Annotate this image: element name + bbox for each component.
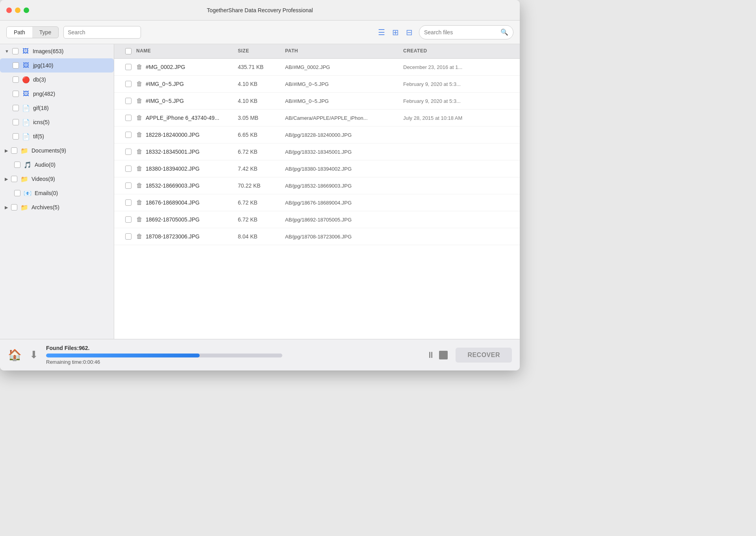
row-checkbox[interactable] (120, 233, 136, 240)
col-created: CREATED (403, 48, 513, 54)
playback-controls: ⏸ (426, 350, 448, 360)
row-checkbox[interactable] (120, 182, 136, 189)
search-box: 🔍 (419, 25, 513, 39)
table-row[interactable]: 🗑 18332-18345001.JPG 6.72 KB AB/jpg/1833… (114, 143, 520, 160)
checkbox-audio[interactable] (14, 162, 20, 168)
sidebar-item-icns[interactable]: 📄 icns(5) (0, 115, 114, 129)
file-name: 🗑 18228-18240000.JPG (136, 131, 238, 138)
download-icon[interactable]: ⬇ (30, 349, 38, 361)
select-all-checkbox[interactable] (120, 48, 136, 54)
db-icon: 🔴 (22, 76, 30, 84)
delete-icon: 🗑 (136, 131, 143, 138)
table-row[interactable]: 🗑 18380-18394002.JPG 7.42 KB AB/jpg/1838… (114, 160, 520, 177)
checkbox-icns[interactable] (13, 119, 19, 125)
checkbox-tif[interactable] (13, 133, 19, 140)
file-name-text: 18692-18705005.JPG (146, 216, 200, 223)
file-size: 6.72 KB (238, 149, 285, 155)
table-row[interactable]: 🗑 #MG_0002.JPG 435.71 KB AB/#MG_0002.JPG… (114, 59, 520, 76)
file-name: 🗑 18332-18345001.JPG (136, 148, 238, 155)
checkbox-gif[interactable] (13, 105, 19, 111)
checkbox-db[interactable] (13, 76, 19, 83)
table-row[interactable]: 🗑 18532-18669003.JPG 70.22 KB AB/jpg/185… (114, 177, 520, 194)
progress-bar-fill (46, 354, 200, 357)
png-label: png(482) (33, 91, 55, 97)
pause-button[interactable]: ⏸ (426, 350, 435, 360)
tab-type[interactable]: Type (32, 27, 58, 38)
tif-icon: 📄 (22, 132, 30, 140)
checkbox-images[interactable] (12, 48, 19, 54)
file-name: 🗑 18676-18689004.JPG (136, 199, 238, 206)
sidebar-item-images[interactable]: ▼ 🖼 Images(653) (0, 44, 114, 58)
checkbox-emails[interactable] (14, 190, 20, 196)
sidebar-item-db[interactable]: 🔴 db(3) (0, 73, 114, 87)
file-path: AB/#MG_0002.JPG (285, 64, 403, 70)
list-view-button[interactable]: ☰ (376, 26, 387, 39)
videos-label: Videos(9) (32, 176, 55, 182)
row-checkbox[interactable] (120, 149, 136, 155)
file-name: 🗑 18692-18705005.JPG (136, 216, 238, 223)
sidebar-item-documents[interactable]: ▶ 📁 Documents(9) (0, 143, 114, 158)
sidebar-item-jpg[interactable]: 🖼 jpg(140) (0, 58, 114, 73)
checkbox-archives[interactable] (11, 204, 17, 210)
checkbox-jpg[interactable] (13, 62, 19, 69)
sidebar-item-videos[interactable]: ▶ 📁 Videos(9) (0, 172, 114, 186)
icns-icon: 📄 (22, 118, 30, 126)
file-size: 4.10 KB (238, 81, 285, 87)
status-info: Found Files:962. Remaining time:0:00:46 (46, 345, 419, 365)
table-row[interactable]: 🗑 18676-18689004.JPG 6.72 KB AB/jpg/1867… (114, 194, 520, 211)
delete-icon: 🗑 (136, 114, 143, 121)
row-checkbox[interactable] (120, 199, 136, 206)
file-path: AB/#IMG_0~5.JPG (285, 81, 403, 87)
search-input[interactable] (63, 26, 141, 39)
grid-view-button[interactable]: ⊞ (391, 26, 400, 39)
table-row[interactable]: 🗑 18692-18705005.JPG 6.72 KB AB/jpg/1869… (114, 211, 520, 228)
sidebar-item-archives[interactable]: ▶ 📁 Archives(5) (0, 200, 114, 214)
tab-path[interactable]: Path (7, 27, 32, 38)
table-row[interactable]: 🗑 18708-18723006.JPG 8.04 KB AB/jpg/1870… (114, 228, 520, 245)
close-button[interactable] (6, 7, 12, 13)
file-list: 🗑 #MG_0002.JPG 435.71 KB AB/#MG_0002.JPG… (114, 59, 520, 339)
sidebar-item-emails[interactable]: 📧 Emails(0) (0, 186, 114, 200)
file-name-text: #MG_0002.JPG (146, 64, 185, 70)
checkbox-png[interactable] (13, 91, 19, 97)
table-row[interactable]: 🗑 18228-18240000.JPG 6.65 KB AB/jpg/1822… (114, 127, 520, 143)
table-row[interactable]: 🗑 APPLE_iPhone 6_43740-49... 3.05 MB AB/… (114, 110, 520, 127)
maximize-button[interactable] (24, 7, 29, 13)
images-label: Images(653) (33, 48, 64, 54)
sidebar-item-gif[interactable]: 📄 gif(18) (0, 101, 114, 115)
chevron-icon: ▶ (5, 205, 8, 210)
file-name-text: 18380-18394002.JPG (146, 166, 200, 172)
table-row[interactable]: 🗑 #IMG_0~5.JPG 4.10 KB AB/#IMG_0~5.JPG F… (114, 76, 520, 93)
table-row[interactable]: 🗑 #IMG_0~5.JPG 4.10 KB AB/#IMG_0~5.JPG F… (114, 93, 520, 110)
delete-icon: 🗑 (136, 199, 143, 206)
file-size: 6.72 KB (238, 199, 285, 206)
file-name: 🗑 18708-18723006.JPG (136, 233, 238, 240)
row-checkbox[interactable] (120, 81, 136, 87)
recover-button[interactable]: RECOVER (456, 348, 512, 363)
checkbox-documents[interactable] (11, 147, 17, 154)
delete-icon: 🗑 (136, 80, 143, 87)
row-checkbox[interactable] (120, 98, 136, 104)
stop-button[interactable] (439, 351, 448, 359)
sidebar-item-tif[interactable]: 📄 tif(5) (0, 129, 114, 143)
emails-icon: 📧 (24, 189, 32, 197)
file-size: 435.71 KB (238, 64, 285, 70)
gif-icon: 📄 (22, 104, 30, 112)
col-size: SIZE (238, 48, 285, 54)
row-checkbox[interactable] (120, 166, 136, 172)
file-name-text: 18708-18723006.JPG (146, 233, 200, 240)
sidebar-item-audio[interactable]: 🎵 Audio(0) (0, 158, 114, 172)
documents-icon: 📁 (20, 147, 28, 154)
file-size: 6.72 KB (238, 216, 285, 223)
search-files-input[interactable] (424, 29, 500, 35)
column-view-button[interactable]: ⊟ (404, 26, 414, 39)
home-icon[interactable]: 🏠 (8, 348, 22, 361)
minimize-button[interactable] (15, 7, 20, 13)
checkbox-videos[interactable] (11, 176, 17, 182)
row-checkbox[interactable] (120, 132, 136, 138)
row-checkbox[interactable] (120, 64, 136, 70)
row-checkbox[interactable] (120, 216, 136, 223)
col-path: PATH (285, 48, 403, 54)
sidebar-item-png[interactable]: 🖼 png(482) (0, 87, 114, 101)
row-checkbox[interactable] (120, 115, 136, 121)
